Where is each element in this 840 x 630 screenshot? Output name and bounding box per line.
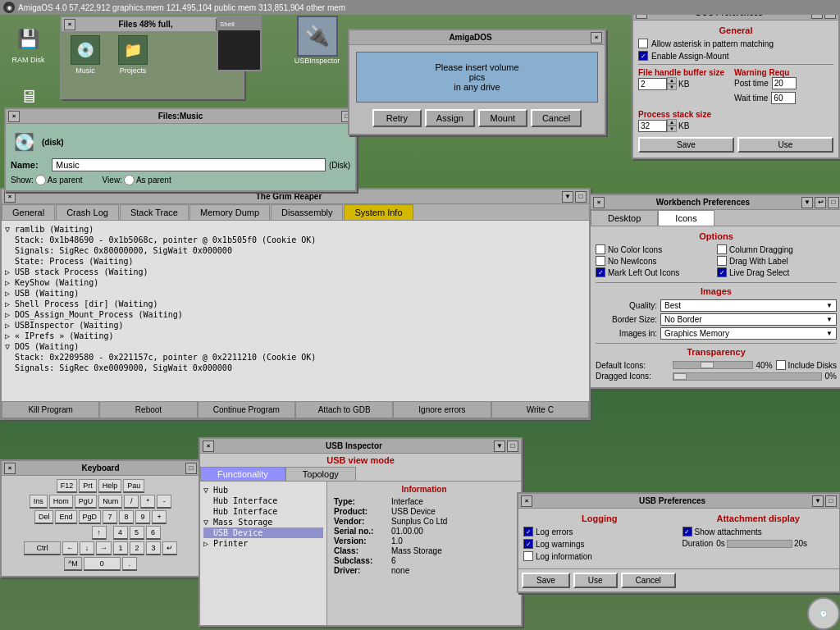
key-pgu[interactable]: PgU bbox=[75, 495, 98, 509]
usb-use-btn[interactable]: Use bbox=[573, 573, 618, 588]
tab-system-info[interactable]: System Info bbox=[344, 204, 413, 220]
images-in-select[interactable]: Graphics Memory ▼ bbox=[660, 327, 837, 340]
kill-program-btn[interactable]: Kill Program bbox=[2, 402, 99, 418]
wb-prefs-restore-btn[interactable]: ↩ bbox=[815, 197, 826, 208]
amigados-close-btn[interactable]: × bbox=[591, 32, 602, 43]
key-down[interactable]: ↓ bbox=[80, 541, 94, 555]
usb-inspector-close-btn[interactable]: × bbox=[203, 441, 214, 452]
name-input[interactable] bbox=[52, 158, 326, 171]
file-handle-input[interactable] bbox=[638, 78, 667, 90]
write-c-btn[interactable]: Write C bbox=[491, 402, 589, 418]
ignore-errors-btn[interactable]: Ignore errors bbox=[393, 402, 491, 418]
key-mul[interactable]: * bbox=[140, 495, 155, 509]
tab-disassembly[interactable]: Disassembly bbox=[271, 204, 343, 220]
usb-prefs-close-btn[interactable]: × bbox=[521, 495, 532, 507]
continue-program-btn[interactable]: Continue Program bbox=[198, 402, 295, 418]
key-8[interactable]: 8 bbox=[119, 510, 134, 524]
key-ins[interactable]: Ins bbox=[30, 495, 48, 509]
desktop-icon-ramdisk[interactable]: 💾 RAM Disk bbox=[6, 25, 51, 64]
dragged-icons-slider[interactable] bbox=[673, 372, 822, 381]
key-5[interactable]: 5 bbox=[130, 526, 144, 540]
usb-prefs-max-btn[interactable]: □ bbox=[825, 495, 837, 507]
retry-button[interactable]: Retry bbox=[372, 109, 422, 127]
keyboard-close-btn[interactable]: × bbox=[4, 463, 16, 474]
process-stack-up[interactable]: ▲ bbox=[667, 119, 677, 126]
show-attachments-check[interactable]: ✓ bbox=[682, 527, 692, 536]
process-stack-input[interactable] bbox=[638, 120, 667, 132]
keyboard-max-btn[interactable]: □ bbox=[185, 463, 197, 474]
log-errors-check[interactable]: ✓ bbox=[523, 527, 533, 536]
dos-save-btn[interactable]: Save bbox=[638, 137, 734, 153]
tab-general[interactable]: General bbox=[2, 204, 55, 220]
process-stack-down[interactable]: ▼ bbox=[667, 126, 677, 132]
key-num[interactable]: Num bbox=[98, 495, 122, 509]
usb-tab-topology[interactable]: Topology bbox=[285, 467, 356, 481]
key-prt[interactable]: Prt bbox=[79, 479, 97, 493]
projects-folder-icon[interactable]: 📁 Projects bbox=[112, 35, 153, 94]
grim-min-btn[interactable]: ▼ bbox=[562, 191, 573, 203]
reboot-btn[interactable]: Reboot bbox=[99, 402, 197, 418]
usb-inspector-min-btn[interactable]: ▼ bbox=[494, 441, 505, 452]
usb-save-btn[interactable]: Save bbox=[522, 573, 570, 588]
key-pau[interactable]: Pau bbox=[123, 479, 144, 493]
key-7[interactable]: 7 bbox=[103, 510, 117, 524]
key-end[interactable]: End bbox=[55, 510, 76, 524]
key-sub[interactable]: - bbox=[157, 495, 171, 509]
file-handle-up[interactable]: ▲ bbox=[667, 77, 677, 84]
default-icons-slider[interactable] bbox=[673, 361, 753, 369]
cancel-button[interactable]: Cancel bbox=[531, 109, 582, 127]
show-radio[interactable] bbox=[35, 175, 46, 185]
key-9[interactable]: 9 bbox=[135, 510, 150, 524]
col-drag-check[interactable] bbox=[717, 244, 727, 254]
no-newicons-check[interactable] bbox=[596, 256, 605, 266]
key-4[interactable]: 4 bbox=[113, 526, 128, 540]
border-select[interactable]: No Border ▼ bbox=[660, 313, 837, 326]
key-del[interactable]: Del bbox=[34, 510, 54, 524]
files-close-btn[interactable]: × bbox=[64, 19, 75, 30]
key-hom[interactable]: Hom bbox=[49, 495, 73, 509]
mount-button[interactable]: Mount bbox=[478, 109, 527, 127]
usb-tree-hub-iface1[interactable]: Hub Interface bbox=[203, 495, 323, 506]
files-music-close-btn[interactable]: × bbox=[8, 111, 20, 122]
key-ctrl[interactable]: Ctrl bbox=[24, 541, 61, 555]
wb-tab-icons[interactable]: Icons bbox=[658, 210, 714, 226]
grim-close-btn[interactable]: × bbox=[4, 191, 16, 203]
key-0[interactable]: 0 bbox=[84, 557, 121, 571]
file-handle-down[interactable]: ▼ bbox=[667, 84, 677, 90]
key-add[interactable]: + bbox=[152, 510, 167, 524]
post-time-input[interactable] bbox=[772, 77, 797, 89]
assign-button[interactable]: Assign bbox=[425, 109, 475, 127]
key-f12[interactable]: F12 bbox=[57, 479, 78, 493]
key-help[interactable]: Help bbox=[98, 479, 122, 493]
wb-prefs-max-btn[interactable]: □ bbox=[828, 197, 839, 208]
key-right[interactable]: → bbox=[96, 541, 112, 555]
wb-prefs-close-btn[interactable]: × bbox=[593, 197, 605, 208]
key-dot[interactable]: . bbox=[122, 557, 137, 571]
include-disks-check[interactable] bbox=[776, 360, 786, 370]
duration-slider[interactable] bbox=[727, 540, 792, 548]
usb-inspector-max-btn[interactable]: □ bbox=[507, 441, 518, 452]
quality-select[interactable]: Best ▼ bbox=[660, 299, 837, 312]
asterisk-checkbox[interactable] bbox=[638, 39, 648, 48]
usb-tree-printer[interactable]: ▷ Printer bbox=[203, 538, 323, 549]
grim-max-btn[interactable]: □ bbox=[575, 191, 587, 203]
view-radio[interactable] bbox=[124, 175, 135, 185]
attach-gdb-btn[interactable]: Attach to GDB bbox=[295, 402, 393, 418]
wb-tab-desktop[interactable]: Desktop bbox=[591, 210, 658, 226]
key-m[interactable]: ^M bbox=[64, 557, 82, 571]
log-info-check[interactable] bbox=[523, 551, 533, 561]
wb-prefs-min-btn[interactable]: ▼ bbox=[801, 197, 813, 208]
assign-mount-checkbox[interactable]: ✓ bbox=[638, 51, 648, 61]
usb-inspector-desktop-icon[interactable]: 🔌 USBInspector bbox=[286, 16, 348, 71]
usb-tree-mass-storage[interactable]: ▽ Mass Storage bbox=[203, 517, 323, 527]
tab-crash-log[interactable]: Crash Log bbox=[56, 204, 119, 220]
usb-tree-hub-iface2[interactable]: Hub Interface bbox=[203, 506, 323, 517]
drag-label-check[interactable] bbox=[717, 256, 727, 266]
dragged-icons-handle[interactable] bbox=[673, 373, 687, 380]
wait-time-input[interactable] bbox=[771, 92, 796, 104]
tab-memory-dump[interactable]: Memory Dump bbox=[189, 204, 270, 220]
key-6[interactable]: 6 bbox=[146, 526, 161, 540]
tab-stack-trace[interactable]: Stack Trace bbox=[120, 204, 189, 220]
key-enter-top[interactable]: ↵ bbox=[162, 541, 177, 555]
key-up[interactable]: ↑ bbox=[92, 526, 107, 540]
